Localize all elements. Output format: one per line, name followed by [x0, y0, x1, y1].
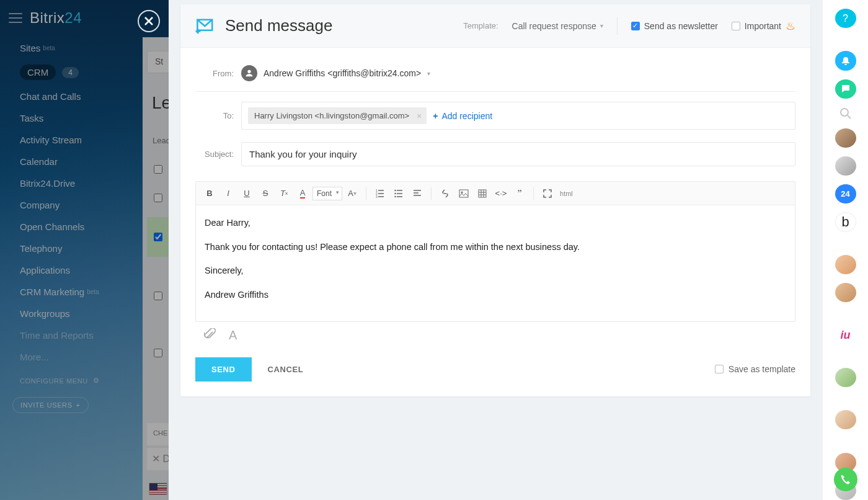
avatar-icon	[241, 65, 257, 81]
checkbox-label: Send as newsletter	[644, 21, 718, 31]
subject-label: Subject:	[195, 150, 234, 159]
table-button[interactable]	[474, 185, 491, 202]
cancel-button[interactable]: CANCEL	[268, 365, 304, 374]
editor-toolbar: B I U S Tx A Font A▾ 123 <·>	[196, 182, 795, 205]
chevron-down-icon: ▾	[427, 70, 430, 77]
body-line: Sincerely,	[205, 263, 786, 279]
b-avatar[interactable]: b	[835, 212, 856, 231]
flame-icon: ♨	[786, 19, 795, 33]
template-label: Template:	[463, 21, 498, 30]
contact-avatar[interactable]	[835, 410, 856, 429]
image-button[interactable]	[455, 185, 472, 202]
avatar-label: b	[841, 214, 849, 230]
search-icon[interactable]	[839, 107, 852, 120]
important-checkbox[interactable]: Important ♨	[732, 19, 795, 33]
from-value: Andrew Griffiths <griffiths@bitrix24.com…	[264, 68, 421, 78]
divider	[195, 91, 795, 92]
font-label: Font	[317, 189, 332, 198]
svg-point-9	[841, 109, 848, 116]
svg-point-4	[394, 192, 396, 194]
avatar-label: 24	[841, 189, 849, 199]
to-field[interactable]: Harry Livingston <h.livingston@gmail.com…	[241, 102, 795, 130]
to-row: To: Harry Livingston <h.livingston@gmail…	[195, 96, 795, 136]
text-size-icon[interactable]: A	[229, 328, 237, 342]
font-size-button[interactable]: A▾	[343, 185, 361, 202]
remove-recipient-icon[interactable]: ×	[417, 111, 422, 121]
dialog-actions: SEND CANCEL Save as template	[195, 345, 795, 382]
from-selector[interactable]: Andrew Griffiths <griffiths@bitrix24.com…	[241, 65, 430, 81]
font-selector[interactable]: Font	[312, 187, 342, 200]
clear-format-button[interactable]: Tx	[275, 185, 293, 202]
svg-point-7	[461, 191, 463, 193]
recipient-chip: Harry Livingston <h.livingston@gmail.com…	[248, 107, 427, 124]
strike-button[interactable]: S	[257, 185, 274, 202]
chevron-down-icon: ▾	[600, 22, 603, 29]
template-value: Call request response	[512, 21, 596, 31]
template-selector[interactable]: Call request response ▾	[512, 21, 603, 31]
contact-avatar[interactable]	[835, 128, 856, 148]
messenger-button[interactable]	[835, 79, 856, 99]
divider	[617, 17, 618, 35]
body-line: Andrew Griffiths	[205, 287, 786, 303]
checkbox-label: Important	[745, 21, 781, 31]
plus-icon: +	[433, 111, 438, 121]
link-button[interactable]	[436, 185, 454, 202]
unordered-list-button[interactable]	[390, 185, 407, 202]
attach-row: A	[195, 322, 795, 345]
message-body[interactable]: Dear Harry, Thank you for contacting us!…	[196, 205, 795, 321]
from-label: From:	[195, 69, 234, 78]
svg-rect-8	[479, 190, 486, 197]
dialog-title: Send message	[225, 16, 332, 35]
close-icon	[144, 16, 154, 26]
attachment-icon[interactable]	[204, 328, 216, 342]
iu-avatar[interactable]: iu	[835, 326, 856, 345]
fullscreen-button[interactable]	[539, 185, 556, 202]
send-button[interactable]: SEND	[195, 357, 252, 382]
body-line: Thank you for contacting us! Please expe…	[205, 239, 786, 255]
underline-button[interactable]: U	[238, 185, 255, 202]
checkbox-icon	[732, 22, 740, 30]
align-button[interactable]	[409, 185, 426, 202]
svg-point-3	[394, 189, 396, 190]
send-newsletter-checkbox[interactable]: Send as newsletter	[631, 21, 718, 31]
from-row: From: Andrew Griffiths <griffiths@bitrix…	[195, 59, 795, 87]
contact-avatar[interactable]	[835, 283, 856, 302]
svg-text:3: 3	[376, 195, 378, 198]
svg-point-5	[394, 195, 396, 197]
add-recipient-button[interactable]: + Add recipient	[433, 111, 492, 121]
right-rail: ? 24 b iu	[822, 0, 868, 500]
help-button[interactable]: ?	[835, 9, 856, 28]
to-label: To:	[195, 111, 234, 120]
recipient-label: Harry Livingston <h.livingston@gmail.com…	[254, 111, 409, 120]
checkbox-icon	[631, 22, 640, 30]
body-line: Dear Harry,	[205, 215, 786, 231]
close-dialog-button[interactable]	[138, 10, 160, 32]
quote-button[interactable]: ”	[511, 185, 528, 202]
panel-header: Send message Template: Call request resp…	[180, 4, 810, 48]
code-button[interactable]: <·>	[492, 185, 510, 202]
notifications-button[interactable]	[835, 51, 856, 70]
italic-button[interactable]: I	[219, 185, 237, 202]
contact-avatar[interactable]	[835, 255, 856, 274]
send-message-modal: Send message Template: Call request resp…	[169, 0, 822, 500]
subject-input[interactable]	[241, 142, 795, 166]
save-template-label: Save as template	[728, 364, 795, 374]
text-color-button[interactable]: A	[294, 185, 311, 202]
subject-row: Subject:	[195, 136, 795, 172]
send-message-panel: Send message Template: Call request resp…	[180, 4, 810, 396]
save-template-checkbox[interactable]: Save as template	[715, 364, 795, 374]
send-mail-icon	[195, 16, 216, 37]
contact-avatar[interactable]	[835, 368, 856, 387]
checkbox-icon	[715, 365, 724, 373]
bold-button[interactable]: B	[201, 185, 218, 202]
html-toggle[interactable]: html	[560, 190, 573, 197]
call-button[interactable]	[834, 468, 857, 491]
ordered-list-button[interactable]: 123	[371, 185, 389, 202]
contact-avatar[interactable]	[835, 156, 856, 176]
avatar-label: iu	[841, 329, 851, 342]
editor: B I U S Tx A Font A▾ 123 <·>	[195, 181, 795, 322]
svg-rect-6	[459, 190, 468, 197]
add-recipient-label: Add recipient	[441, 111, 492, 121]
bitrix24-avatar[interactable]: 24	[835, 184, 856, 203]
